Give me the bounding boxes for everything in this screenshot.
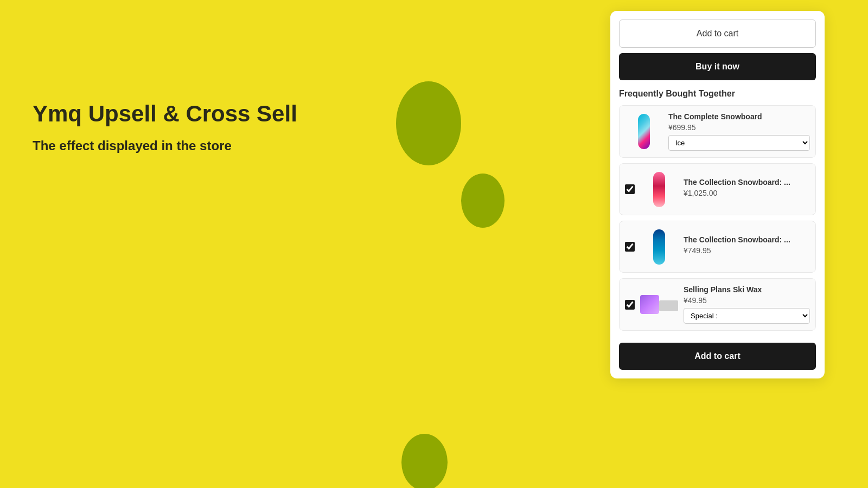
product-image-1 bbox=[625, 113, 663, 151]
wax-base bbox=[659, 300, 678, 311]
product-info-4: Selling Plans Ski Wax ¥49.95 Special : S… bbox=[684, 285, 810, 324]
product-price-1: ¥699.95 bbox=[668, 123, 810, 132]
oval-decoration-bottom bbox=[401, 434, 448, 488]
product-variant-select-1[interactable]: Ice Powder Park bbox=[668, 135, 810, 151]
product-info-1: The Complete Snowboard ¥699.95 Ice Powde… bbox=[668, 112, 810, 151]
frequently-bought-title: Frequently Bought Together bbox=[619, 89, 816, 99]
product-price-4: ¥49.95 bbox=[684, 296, 810, 305]
oval-decoration-small bbox=[461, 174, 505, 228]
product-item-2: The Collection Snowboard: ... ¥1,025.00 bbox=[619, 163, 816, 215]
product-item-4: Selling Plans Ski Wax ¥49.95 Special : S… bbox=[619, 278, 816, 331]
product-info-2: The Collection Snowboard: ... ¥1,025.00 bbox=[684, 178, 810, 201]
product-name-2: The Collection Snowboard: ... bbox=[684, 178, 810, 187]
product-panel: Add to cart Buy it now Frequently Bought… bbox=[610, 11, 825, 378]
product-name-1: The Complete Snowboard bbox=[668, 112, 810, 121]
snowboard-image-2 bbox=[653, 172, 665, 207]
buy-it-now-button[interactable]: Buy it now bbox=[619, 53, 816, 80]
product-price-2: ¥1,025.00 bbox=[684, 189, 810, 197]
add-to-cart-bottom-button[interactable]: Add to cart bbox=[619, 343, 816, 370]
snowboard-image-1 bbox=[638, 114, 650, 149]
product-name-4: Selling Plans Ski Wax bbox=[684, 285, 810, 294]
product-image-3 bbox=[640, 228, 678, 266]
snowboard-image-3 bbox=[653, 229, 665, 265]
product-name-3: The Collection Snowboard: ... bbox=[684, 235, 810, 244]
product-checkbox-2[interactable] bbox=[625, 184, 635, 194]
product-price-3: ¥749.95 bbox=[684, 246, 810, 255]
product-image-2 bbox=[640, 170, 678, 208]
oval-decoration-large bbox=[396, 81, 461, 165]
product-checkbox-4[interactable] bbox=[625, 300, 635, 310]
subtitle: The effect displayed in the store bbox=[33, 138, 358, 153]
product-info-3: The Collection Snowboard: ... ¥749.95 bbox=[684, 235, 810, 258]
product-item-3: The Collection Snowboard: ... ¥749.95 bbox=[619, 221, 816, 273]
left-content: Ymq Upsell & Cross Sell The effect displ… bbox=[33, 100, 358, 153]
product-variant-select-4[interactable]: Special : Standard Premium bbox=[684, 308, 810, 324]
product-checkbox-3[interactable] bbox=[625, 242, 635, 252]
product-image-4 bbox=[640, 286, 678, 324]
main-title: Ymq Upsell & Cross Sell bbox=[33, 100, 358, 127]
wax-image bbox=[640, 295, 659, 314]
product-item-1: The Complete Snowboard ¥699.95 Ice Powde… bbox=[619, 105, 816, 158]
add-to-cart-top-button[interactable]: Add to cart bbox=[619, 20, 816, 48]
